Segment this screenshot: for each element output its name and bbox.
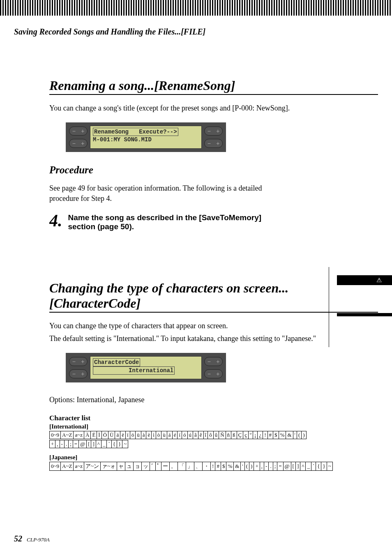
char-cell: î: [203, 431, 208, 439]
char-cell: Ä: [84, 431, 91, 439]
char-cell: è: [146, 431, 152, 439]
char-cell: (: [244, 462, 249, 471]
char-cell: ñ: [226, 431, 231, 439]
intl-table-row1: 0~9A~Za~zÄËÏÖÜäëïöüàèìòùáéíóúâêîôûÑñßÇçº…: [49, 431, 307, 439]
char-cell: ù: [161, 431, 167, 439]
step-4: 4. Name the song as described in the [Sa…: [49, 213, 279, 231]
page-header: Saving Recorded Songs and Handling the F…: [14, 27, 205, 37]
char-cell: ü: [136, 431, 141, 439]
char-cell: ;: [69, 440, 73, 448]
char-cell: Ë: [91, 431, 97, 439]
char-cell: 。: [170, 462, 178, 471]
char-cell: %: [226, 462, 234, 471]
char-cell: ö: [130, 431, 136, 439]
char-cell: +: [50, 440, 55, 448]
char-cell: Ç: [237, 431, 243, 439]
char-cell: ,: [260, 462, 264, 471]
char-cell: ,: [55, 440, 60, 448]
char-cell: Ü: [108, 431, 115, 439]
char-cell: ê: [198, 431, 203, 439]
char-cell: `: [107, 440, 111, 448]
char-cell: û: [213, 431, 219, 439]
char-cell: ﾞ: [150, 462, 156, 471]
char-cell: 0~9: [50, 431, 61, 439]
char-cell: ;: [273, 462, 277, 471]
barcode-decoration: [0, 0, 392, 16]
lcd-button-c-minus-plus: −+: [204, 127, 223, 136]
char-cell: 、: [194, 462, 203, 471]
char-cell: ャ: [117, 462, 125, 471]
char-cell: +: [254, 462, 260, 471]
jp-label: [Japanese]: [49, 454, 378, 461]
char-cell: }: [321, 462, 327, 471]
char-cell: a~z: [74, 462, 84, 471]
char-cell: ﾟ: [156, 462, 161, 471]
char-cell: Ñ: [219, 431, 226, 439]
char-cell: a~z: [74, 431, 84, 439]
char-cell: !: [211, 462, 215, 471]
char-cell: ò: [156, 431, 161, 439]
char-cell: ア~ン: [84, 462, 101, 471]
char-cell: ): [249, 462, 254, 471]
char-cell: 」: [186, 462, 194, 471]
char-list-label: Character list: [49, 414, 378, 422]
char-cell: .: [64, 440, 68, 448]
char-cell: ]: [91, 440, 96, 448]
char-cell: -: [264, 462, 269, 471]
char-cell: ¡: [253, 431, 258, 439]
char-cell: ä: [115, 431, 120, 439]
char-cell: ô: [208, 431, 214, 439]
char-cell: [: [291, 462, 295, 471]
char-cell: #: [267, 431, 273, 439]
char-cell: A~Z: [61, 431, 74, 439]
page-footer: 52 CLP-970A: [14, 534, 50, 543]
char-cell: .: [269, 462, 273, 471]
char-cell: A~Z: [61, 462, 74, 471]
lcd-button-h-minus-plus: −+: [204, 369, 223, 378]
section1-intro: You can change a song's title (except fo…: [49, 103, 378, 113]
char-cell: ó: [182, 431, 188, 439]
char-cell: &: [234, 462, 241, 471]
step-text: Name the song as described in the [SaveT…: [68, 213, 280, 231]
char-cell: ー: [161, 462, 170, 471]
char-cell: @: [79, 440, 87, 448]
char-cell: =: [277, 462, 283, 471]
char-cell: ': [293, 431, 297, 439]
lcd-button-f-minus-plus: −+: [69, 369, 88, 378]
char-cell: ッ: [142, 462, 150, 471]
lcd-screen-rename: RenameSong Execute?--> M-001:MY SONG.MID: [90, 126, 202, 149]
char-cell: ュ: [125, 462, 134, 471]
char-cell: $: [273, 431, 279, 439]
intl-table-row2: +,-.;=@[]^_`{}~: [49, 440, 128, 448]
char-cell: ï: [126, 431, 130, 439]
page-number: 52: [14, 534, 22, 543]
char-cell: %: [279, 431, 286, 439]
char-cell: 0~9: [50, 462, 61, 471]
procedure-heading: Procedure: [49, 164, 378, 176]
char-cell: Ï: [97, 431, 101, 439]
char-cell: 「: [178, 462, 186, 471]
char-cell: ~: [327, 462, 332, 471]
char-cell: º: [249, 431, 253, 439]
char-cell: í: [178, 431, 182, 439]
char-cell: _: [101, 440, 107, 448]
char-cell: ): [302, 431, 306, 439]
lcd-button-d-minus-plus: −+: [204, 139, 223, 148]
char-cell: ': [241, 462, 244, 471]
char-cell: #: [215, 462, 221, 471]
char-cell: $: [221, 462, 226, 471]
char-cell: à: [141, 431, 146, 439]
char-cell: ]: [295, 462, 300, 471]
char-cell: `: [311, 462, 316, 471]
lcd-button-g-minus-plus: −+: [204, 357, 223, 366]
char-cell: â: [193, 431, 198, 439]
caution-icon: ⚠: [376, 276, 382, 284]
char-cell: á: [167, 431, 172, 439]
lcd-button-a-minus-plus: −+: [69, 127, 88, 136]
jp-table: 0~9A~Za~zア~ンァ~ォャュョッﾞﾟー。「」、・!#$%&'()+,-.;…: [49, 462, 333, 471]
char-cell: ^: [300, 462, 306, 471]
char-cell: {: [316, 462, 321, 471]
char-cell: ^: [96, 440, 101, 448]
char-cell: Ö: [101, 431, 108, 439]
char-cell: (: [297, 431, 301, 439]
